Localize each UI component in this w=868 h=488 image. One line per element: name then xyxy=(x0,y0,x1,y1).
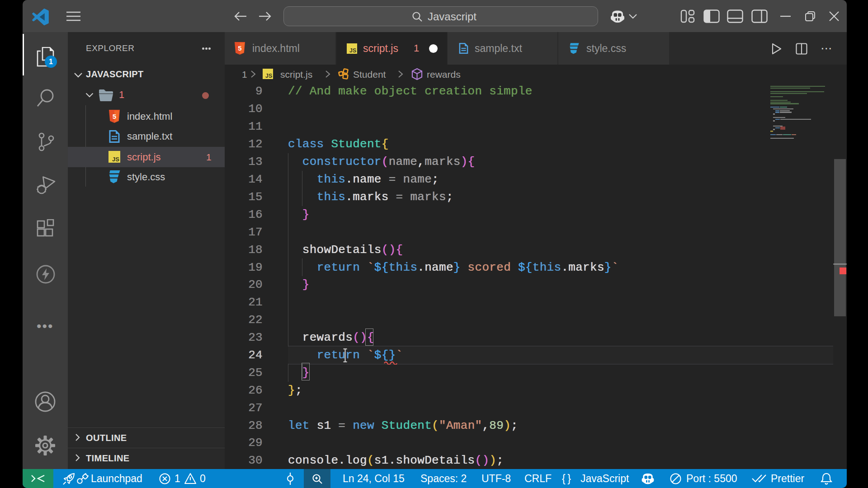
svg-text:JS: JS xyxy=(349,47,356,54)
svg-text:5: 5 xyxy=(113,113,116,120)
svg-text:5: 5 xyxy=(238,45,241,52)
svg-text:JS: JS xyxy=(265,73,272,79)
svg-text:JS: JS xyxy=(112,156,119,163)
